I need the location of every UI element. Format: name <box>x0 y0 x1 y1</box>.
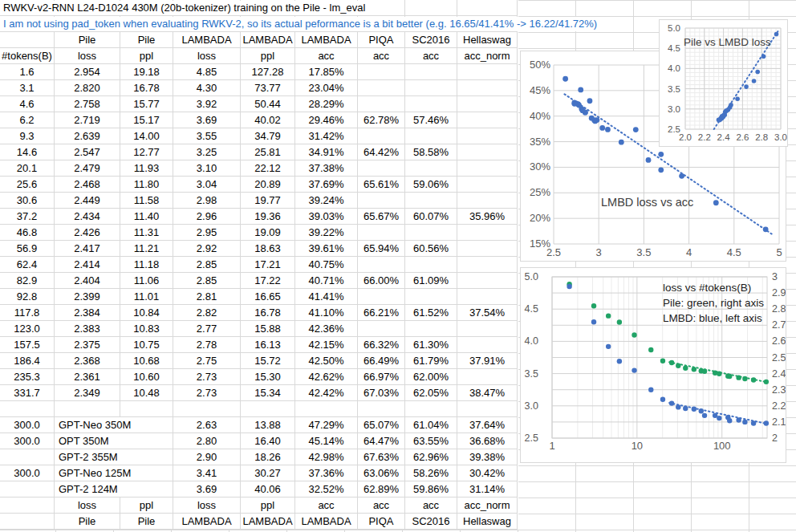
cell[interactable]: PIQA <box>358 514 405 530</box>
cell[interactable]: 37.91% <box>457 353 518 369</box>
cell[interactable]: 61.04% <box>405 417 457 433</box>
cell[interactable] <box>358 64 405 80</box>
cell[interactable]: 41.10% <box>295 305 358 321</box>
cell[interactable]: 3.55 <box>173 128 241 144</box>
cell[interactable]: 2.90 <box>173 449 241 465</box>
cell[interactable]: 9.3 <box>0 128 55 144</box>
cell[interactable]: LAMBADA <box>295 32 358 48</box>
cell[interactable]: 2.449 <box>55 193 120 209</box>
model-name-cell[interactable]: OPT 350M <box>55 433 173 449</box>
cell[interactable]: SC2016 <box>405 514 457 530</box>
cell[interactable]: 2.92 <box>173 241 241 257</box>
cell[interactable] <box>457 193 518 209</box>
cell[interactable]: 42.36% <box>295 321 358 337</box>
cell[interactable]: loss <box>55 48 120 64</box>
cell[interactable]: 2.73 <box>173 385 241 401</box>
cell[interactable] <box>358 289 405 305</box>
cell[interactable] <box>405 225 457 241</box>
cell[interactable]: 34.91% <box>295 144 358 160</box>
cell[interactable]: 58.26% <box>405 465 457 481</box>
cell[interactable]: 2.383 <box>55 321 120 337</box>
cell[interactable]: 66.00% <box>358 273 405 289</box>
cell[interactable]: 39.61% <box>295 241 358 257</box>
cell[interactable] <box>0 481 55 497</box>
cell[interactable]: Pile <box>55 32 120 48</box>
cell[interactable] <box>457 96 518 112</box>
cell[interactable] <box>457 112 518 128</box>
cell[interactable]: LAMBADA <box>241 32 295 48</box>
cell[interactable]: 186.4 <box>0 353 55 369</box>
cell[interactable]: 15.72 <box>241 353 295 369</box>
cell[interactable]: 59.86% <box>405 481 457 497</box>
cell[interactable]: 13.88 <box>241 417 295 433</box>
cell[interactable] <box>405 257 457 273</box>
cell[interactable]: 62.96% <box>405 449 457 465</box>
cell[interactable]: 18.63 <box>241 241 295 257</box>
cell[interactable]: 2.81 <box>173 289 241 305</box>
cell[interactable]: 2.80 <box>173 433 241 449</box>
cell[interactable]: 16.40 <box>241 433 295 449</box>
cell[interactable]: 60.07% <box>405 209 457 225</box>
cell[interactable]: LAMBADA <box>295 514 358 530</box>
cell[interactable]: 62.89% <box>358 481 405 497</box>
cell[interactable]: LAMBADA <box>241 514 295 530</box>
cell[interactable]: 2.758 <box>55 96 120 112</box>
cell[interactable] <box>457 321 518 337</box>
cell[interactable]: 2.85 <box>173 257 241 273</box>
cell[interactable]: 37.54% <box>457 305 518 321</box>
cell[interactable]: 64.47% <box>358 433 405 449</box>
cell[interactable]: 10.83 <box>120 321 173 337</box>
cell[interactable] <box>457 401 518 417</box>
cell[interactable]: 2.434 <box>55 209 120 225</box>
cell[interactable]: 235.3 <box>0 369 55 385</box>
cell[interactable]: 37.38% <box>295 160 358 177</box>
cell[interactable]: 6.2 <box>0 112 55 128</box>
cell[interactable]: 66.49% <box>358 353 405 369</box>
cell[interactable]: 37.2 <box>0 209 55 225</box>
model-name-cell[interactable]: GPT-Neo 350M <box>55 417 173 433</box>
cell[interactable]: Pile <box>120 514 173 530</box>
cell[interactable] <box>457 225 518 241</box>
cell[interactable]: 61.52% <box>405 305 457 321</box>
cell[interactable]: 65.67% <box>358 209 405 225</box>
model-name-cell[interactable]: GPT-2 355M <box>55 449 173 465</box>
cell[interactable]: 2.719 <box>55 112 120 128</box>
cell[interactable]: acc <box>405 497 457 514</box>
cell[interactable]: 31.14% <box>457 481 518 497</box>
cell[interactable] <box>457 80 518 96</box>
cell[interactable]: 22.12 <box>241 160 295 177</box>
cell[interactable] <box>0 449 55 465</box>
cell[interactable]: 82.9 <box>0 273 55 289</box>
cell[interactable]: 47.29% <box>295 417 358 433</box>
cell[interactable]: 2.404 <box>55 273 120 289</box>
cell[interactable]: PIQA <box>358 32 405 48</box>
cell[interactable]: 11.40 <box>120 209 173 225</box>
sheet-title[interactable]: RWKV-v2-RNN L24-D1024 430M (20b-tokenize… <box>0 1 393 15</box>
cell[interactable]: 2.399 <box>55 289 120 305</box>
cell[interactable]: 117.8 <box>0 305 55 321</box>
cell[interactable] <box>405 96 457 112</box>
cell[interactable]: 30.27 <box>241 465 295 481</box>
cell[interactable]: acc_norm <box>457 48 518 64</box>
cell[interactable] <box>405 160 457 177</box>
cell[interactable]: 2.349 <box>55 385 120 401</box>
cell[interactable]: 37.64% <box>457 417 518 433</box>
cell[interactable]: Hellaswag <box>457 32 518 48</box>
cell[interactable]: 2.384 <box>55 305 120 321</box>
cell[interactable]: acc <box>405 48 457 64</box>
cell[interactable] <box>405 80 457 96</box>
cell[interactable]: 62.4 <box>0 257 55 273</box>
cell[interactable] <box>405 128 457 144</box>
cell[interactable] <box>405 289 457 305</box>
cell[interactable]: 11.06 <box>120 273 173 289</box>
cell[interactable]: 39.24% <box>295 193 358 209</box>
cell[interactable] <box>241 401 295 417</box>
cell[interactable]: 15.77 <box>120 96 173 112</box>
cell[interactable]: 39.03% <box>295 209 358 225</box>
cell[interactable] <box>0 32 55 48</box>
cell[interactable]: 66.97% <box>358 369 405 385</box>
cell[interactable]: 11.58 <box>120 193 173 209</box>
cell[interactable]: 2.96 <box>173 209 241 225</box>
cell[interactable] <box>405 401 457 417</box>
cell[interactable] <box>457 273 518 289</box>
